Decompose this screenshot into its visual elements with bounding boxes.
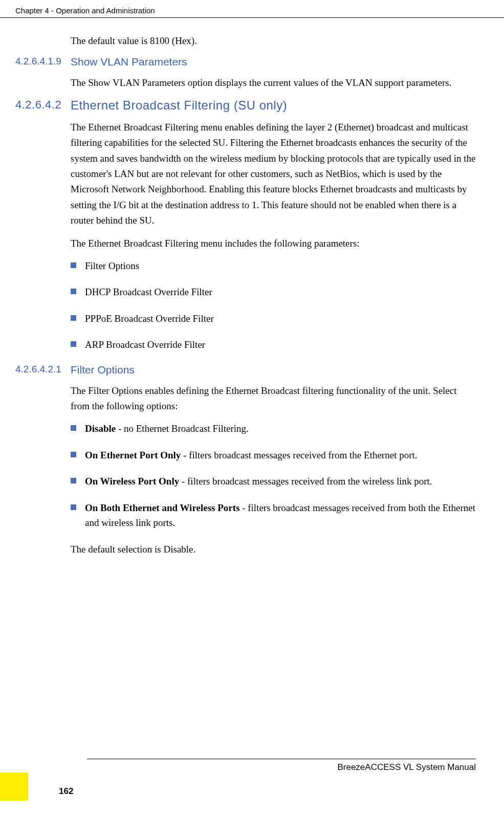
bullet-text: On Both Ethernet and Wireless Ports - fi… — [85, 500, 476, 531]
footer-manual-title: BreezeACCESS VL System Manual — [87, 759, 476, 773]
section-title: Show VLAN Parameters — [71, 56, 187, 68]
option-rest: - filters broadcast messages received fr… — [179, 476, 432, 487]
bullet-icon — [71, 425, 76, 431]
page-content: The default value is 8100 (Hex). 4.2.6.4… — [0, 18, 504, 557]
ethernet-para2: The Ethernet Broadcast Filtering menu in… — [71, 236, 476, 251]
heading-ethernet-broadcast: 4.2.6.4.2 Ethernet Broadcast Filtering (… — [15, 98, 476, 113]
option-bold: On Both Ethernet and Wireless Ports — [85, 502, 239, 513]
bullet-icon — [71, 341, 76, 347]
bullet-text: ARP Broadcast Override Filter — [85, 337, 476, 352]
ethernet-para1: The Ethernet Broadcast Filtering menu en… — [71, 120, 476, 229]
section-number: 4.2.6.4.2.1 — [15, 364, 71, 375]
list-item: On Both Ethernet and Wireless Ports - fi… — [71, 500, 476, 531]
bullet-text: On Wireless Port Only - filters broadcas… — [85, 474, 476, 489]
show-vlan-text: The Show VLAN Parameters option displays… — [71, 75, 476, 91]
page-header: Chapter 4 - Operation and Administration — [0, 0, 504, 18]
list-item: On Ethernet Port Only - filters broadcas… — [71, 448, 476, 462]
list-item: PPPoE Broadcast Override Filter — [71, 311, 476, 326]
heading-show-vlan: 4.2.6.4.1.9 Show VLAN Parameters — [15, 56, 476, 68]
option-rest: - no Ethernet Broadcast Filtering. — [116, 423, 249, 434]
section-number: 4.2.6.4.2 — [15, 98, 71, 112]
option-bold: Disable — [85, 423, 116, 434]
list-item: Disable - no Ethernet Broadcast Filterin… — [71, 421, 476, 436]
page-number: 162 — [59, 786, 73, 801]
default-selection: The default selection is Disable. — [71, 542, 476, 557]
bullet-text: DHCP Broadcast Override Filter — [85, 284, 476, 299]
footer-bottom: 162 — [0, 773, 504, 801]
bullet-icon — [71, 478, 76, 483]
section-title: Filter Options — [71, 364, 135, 376]
bullet-text: Filter Options — [85, 258, 476, 273]
ethernet-bullet-list: Filter Options DHCP Broadcast Override F… — [71, 258, 476, 352]
intro-default-value: The default value is 8100 (Hex). — [71, 33, 476, 49]
page-footer: BreezeACCESS VL System Manual 162 — [0, 759, 504, 801]
yellow-marker — [0, 773, 28, 801]
bullet-icon — [71, 504, 76, 510]
option-bold: On Ethernet Port Only — [85, 450, 181, 460]
list-item: ARP Broadcast Override Filter — [71, 337, 476, 352]
chapter-title: Chapter 4 - Operation and Administration — [15, 6, 155, 15]
bullet-icon — [71, 262, 76, 268]
bullet-icon — [71, 315, 76, 321]
heading-filter-options: 4.2.6.4.2.1 Filter Options — [15, 364, 476, 376]
bullet-text: On Ethernet Port Only - filters broadcas… — [85, 448, 476, 462]
list-item: On Wireless Port Only - filters broadcas… — [71, 474, 476, 489]
option-bold: On Wireless Port Only — [85, 476, 179, 487]
filter-options-list: Disable - no Ethernet Broadcast Filterin… — [71, 421, 476, 530]
list-item: Filter Options — [71, 258, 476, 273]
section-title: Ethernet Broadcast Filtering (SU only) — [71, 98, 287, 113]
bullet-text: Disable - no Ethernet Broadcast Filterin… — [85, 421, 476, 436]
list-item: DHCP Broadcast Override Filter — [71, 284, 476, 299]
section-number: 4.2.6.4.1.9 — [15, 56, 71, 67]
bullet-text: PPPoE Broadcast Override Filter — [85, 311, 476, 326]
bullet-icon — [71, 289, 76, 294]
filter-options-intro: The Filter Options enables defining the … — [71, 383, 476, 414]
bullet-icon — [71, 452, 76, 457]
option-rest: - filters broadcast messages received fr… — [181, 450, 417, 460]
